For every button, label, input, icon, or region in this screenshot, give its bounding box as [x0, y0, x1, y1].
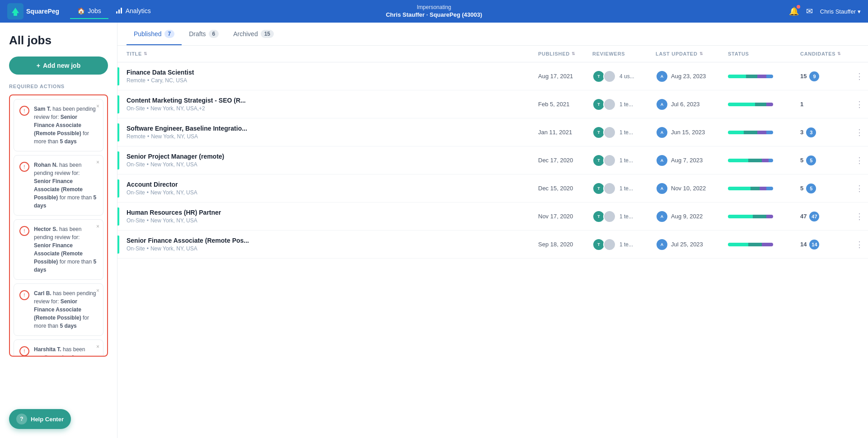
table-row[interactable]: Account Director On-Site•New York, NY, U… [117, 174, 868, 203]
job-title: Finance Data Scientist [127, 69, 538, 76]
main-layout: All jobs + Add new job REQUIRED ACTIONS … [0, 23, 868, 438]
job-info: Finance Data Scientist Remote•Cary, NC, … [127, 69, 538, 84]
table-row[interactable]: Content Marketing Strategist - SEO (R...… [117, 90, 868, 118]
candidates-count: 1 [800, 101, 803, 108]
tab-archived[interactable]: Archived 15 [226, 23, 281, 45]
header-last-updated[interactable]: LAST UPDATED⇅ [656, 51, 728, 57]
help-icon: ? [16, 414, 27, 424]
published-date: Aug 17, 2021 [538, 73, 592, 80]
required-actions-container: ! Sam T. has been pending review for: Se… [9, 94, 108, 357]
table-row[interactable]: Senior Finance Associate (Remote Pos... … [117, 231, 868, 259]
progress-segment [744, 131, 757, 134]
job-meta: On-Site•New York, NY, USA,+2 [127, 105, 538, 112]
progress-segment [766, 131, 773, 134]
impersonating-label: Impersonating [386, 4, 482, 11]
last-updated-date: Jun 15, 2023 [671, 129, 705, 136]
avatar [603, 210, 616, 223]
reviewers-cell: T 4 us... [592, 70, 656, 83]
top-nav: SquarePeg 🏠 Jobs Analytics Impersonating… [0, 0, 868, 23]
progress-segment [760, 187, 766, 190]
action-job-name: Senior Finance Associate (Remote Possibl… [34, 242, 83, 265]
action-person-name: Harshita T. [34, 346, 61, 353]
job-meta: On-Site•New York, NY, USA [127, 217, 538, 224]
help-center-button[interactable]: ? Help Center [9, 409, 71, 429]
progress-segment [728, 243, 748, 246]
user-menu[interactable]: Chris Stauffer ▾ [820, 8, 861, 15]
job-meta: On-Site•New York, NY, USA [127, 189, 538, 196]
notification-bell[interactable]: 🔔 [789, 6, 799, 16]
mail-icon[interactable]: ✉ [806, 6, 813, 16]
published-date: Dec 17, 2020 [538, 157, 592, 164]
action-close-button[interactable]: × [96, 103, 99, 109]
chevron-down-icon: ▾ [858, 8, 861, 15]
reviewers-cell: T 1 te... [592, 126, 656, 139]
reviewer-avatar: A [656, 238, 668, 251]
action-text: Sam T. has been pending review for: Seni… [34, 105, 98, 146]
action-card: ! Carl B. has been pending review for: S… [14, 283, 103, 336]
candidates-count: 3 [800, 129, 803, 136]
avatar [603, 126, 616, 139]
row-menu-button[interactable]: ⋮ [855, 240, 863, 250]
nav-logo[interactable]: SquarePeg [7, 3, 59, 19]
header-published[interactable]: PUBLISHED⇅ [538, 51, 592, 57]
status-cell [728, 159, 800, 162]
action-close-button[interactable]: × [96, 223, 99, 230]
candidate-badge: 9 [809, 71, 819, 81]
action-card: ! Harshita T. has been pending review fo… [14, 339, 103, 357]
job-info: Human Resources (HR) Partner On-Site•New… [127, 209, 538, 224]
row-menu-button[interactable]: ⋮ [855, 71, 863, 81]
table-row[interactable]: Finance Data Scientist Remote•Cary, NC, … [117, 62, 868, 90]
last-updated-cell: A Jul 6, 2023 [656, 98, 728, 111]
job-info: Senior Finance Associate (Remote Pos... … [127, 237, 538, 252]
sort-icon: ⇅ [144, 52, 148, 56]
job-title: Human Resources (HR) Partner [127, 209, 538, 216]
reviewer-avatar: A [656, 210, 668, 223]
tab-drafts[interactable]: Drafts 6 [182, 23, 226, 45]
reviewer-count: 1 te... [619, 185, 633, 192]
job-meta: On-Site•New York, NY, USA [127, 245, 538, 252]
table-row[interactable]: Human Resources (HR) Partner On-Site•New… [117, 203, 868, 231]
sidebar: All jobs + Add new job REQUIRED ACTIONS … [0, 23, 117, 438]
candidate-badge: 14 [809, 240, 819, 250]
row-menu-button[interactable]: ⋮ [855, 99, 863, 109]
table-row[interactable]: Senior Project Manager (remote) On-Site•… [117, 146, 868, 174]
progress-segment [755, 103, 766, 106]
table-header: TITLE⇅PUBLISHED⇅REVIEWERSLAST UPDATED⇅ST… [117, 46, 868, 62]
header-title[interactable]: TITLE⇅ [127, 51, 538, 57]
add-new-job-button[interactable]: + Add new job [9, 57, 108, 75]
reviewer-count: 1 te... [619, 157, 633, 164]
table-row[interactable]: Software Engineer, Baseline Integratio..… [117, 118, 868, 146]
header-candidates[interactable]: CANDIDATES⇅ [800, 51, 859, 57]
published-date: Jan 11, 2021 [538, 129, 592, 136]
avatar [603, 70, 616, 83]
avatar [603, 154, 616, 167]
row-accent [117, 235, 119, 254]
action-close-button[interactable]: × [96, 344, 99, 350]
candidates-cell: 1 [800, 101, 859, 108]
row-accent [117, 179, 119, 198]
svg-rect-2 [116, 11, 117, 14]
action-text: Carl B. has been pending review for: Sen… [34, 289, 98, 330]
progress-segment [748, 243, 762, 246]
header-label: PUBLISHED [538, 51, 570, 57]
row-menu-button[interactable]: ⋮ [855, 155, 863, 165]
action-close-button[interactable]: × [96, 159, 99, 165]
action-warning-icon: ! [19, 290, 29, 300]
reviewer-count: 4 us... [619, 73, 634, 80]
sort-icon: ⇅ [699, 52, 704, 56]
row-menu-button[interactable]: ⋮ [855, 184, 863, 193]
job-meta: Remote•Cary, NC, USA [127, 77, 538, 84]
row-menu-button[interactable]: ⋮ [855, 127, 863, 137]
action-close-button[interactable]: × [96, 287, 99, 294]
job-info: Content Marketing Strategist - SEO (R...… [127, 97, 538, 112]
row-menu-button[interactable]: ⋮ [855, 212, 863, 221]
last-updated-cell: A Aug 23, 2023 [656, 70, 728, 83]
reviewers-cell: T 1 te... [592, 210, 656, 223]
nav-item-jobs[interactable]: 🏠 Jobs [70, 4, 108, 19]
action-warning-icon: ! [19, 346, 29, 356]
candidates-cell: 14 14 [800, 240, 859, 250]
header-reviewers: REVIEWERS [592, 51, 656, 57]
action-person-name: Rohan N. [34, 162, 58, 168]
nav-item-analytics[interactable]: Analytics [108, 3, 158, 20]
tab-published[interactable]: Published 7 [127, 23, 182, 45]
